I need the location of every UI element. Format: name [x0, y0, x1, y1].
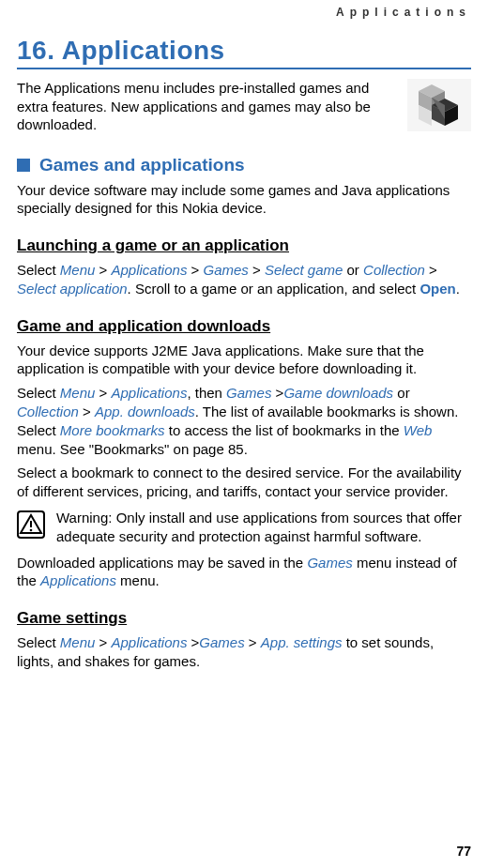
downloads-p3: Select a bookmark to connect to the desi… — [17, 464, 471, 501]
subsection-downloads: Game and application downloads — [17, 317, 471, 336]
running-header: Applications — [17, 0, 471, 23]
saved-paragraph: Downloaded applications may be saved in … — [17, 554, 471, 591]
section-title-text: Games and applications — [39, 155, 245, 175]
warning-text: Warning: Only install and use applicatio… — [56, 509, 471, 546]
chapter-title: 16. Applications — [17, 36, 471, 69]
applications-cubes-icon — [407, 79, 471, 131]
collection-link: Collection — [363, 262, 425, 278]
subsection-launching: Launching a game or an application — [17, 236, 471, 255]
downloads-p1: Your device supports J2ME Java applicati… — [17, 342, 471, 379]
select-application-link: Select application — [17, 281, 128, 297]
open-label: Open — [419, 281, 455, 297]
select-game-link: Select game — [265, 262, 343, 278]
page-number: 77 — [456, 844, 471, 859]
settings-paragraph: Select Menu > Applications >Games > App.… — [17, 633, 471, 671]
menu-link: Menu — [60, 262, 96, 278]
intro-paragraph: The Applications menu includes pre-insta… — [17, 79, 398, 134]
downloads-p2: Select Menu > Applications, then Games >… — [17, 384, 471, 458]
subsection-game-settings: Game settings — [17, 609, 471, 628]
launching-paragraph: Select Menu > Applications > Games > Sel… — [17, 261, 471, 298]
games-link: Games — [204, 262, 249, 278]
warning-icon — [17, 510, 45, 539]
section-games-and-applications: Games and applications — [17, 155, 471, 175]
section-square-icon — [17, 159, 30, 172]
section1-body: Your device software may include some ga… — [17, 181, 471, 219]
applications-link: Applications — [112, 262, 188, 278]
svg-point-12 — [30, 529, 33, 532]
